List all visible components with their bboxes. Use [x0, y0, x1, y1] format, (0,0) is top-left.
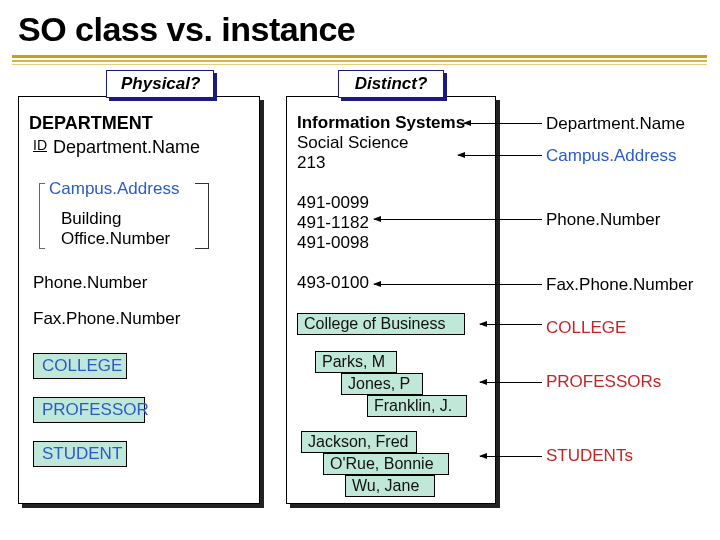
label-id: ID — [33, 137, 47, 153]
attr-department-name: Department.Name — [53, 137, 200, 158]
box-college: COLLEGE — [33, 353, 127, 379]
rlabel-department-name: Department.Name — [546, 114, 685, 134]
val-phone-3: 491-0098 — [297, 233, 369, 253]
val-phone-2: 491-1182 — [297, 213, 369, 233]
diagram-stage: Physical? Distinct? DEPARTMENT ID Depart… — [18, 70, 708, 530]
panel-class: DEPARTMENT ID Department.Name Campus.Add… — [18, 96, 260, 504]
val-student-3: Wu, Jane — [345, 475, 435, 497]
val-phone-1: 491-0099 — [297, 193, 369, 213]
arrow-phone — [374, 219, 542, 220]
attr-fax-phone-number: Fax.Phone.Number — [33, 309, 180, 329]
rlabel-students: STUDENTs — [546, 446, 633, 466]
box-professor: PROFESSOR — [33, 397, 145, 423]
title-underline — [12, 55, 707, 65]
rlabel-phone-number: Phone.Number — [546, 210, 660, 230]
rlabel-campus-address: Campus.Address — [546, 146, 676, 166]
val-prof-2: Jones, P — [341, 373, 423, 395]
arrow-deptname — [464, 123, 542, 124]
box-student: STUDENT — [33, 441, 127, 467]
bracket-right — [195, 183, 209, 249]
bracket-left — [39, 183, 45, 249]
slide-title: SO class vs. instance — [0, 0, 720, 55]
val-infosys: Information Systems — [297, 113, 465, 133]
tab-distinct: Distinct? — [338, 70, 444, 98]
val-fax: 493-0100 — [297, 273, 369, 293]
tab-physical: Physical? — [106, 70, 214, 98]
arrow-fax — [374, 284, 542, 285]
val-prof-1: Parks, M — [315, 351, 397, 373]
val-student-1: Jackson, Fred — [301, 431, 417, 453]
attr-office-number: Office.Number — [61, 229, 170, 249]
rlabel-college: COLLEGE — [546, 318, 626, 338]
rlabel-professors: PROFESSORs — [546, 372, 661, 392]
val-college: College of Business — [297, 313, 465, 335]
arrow-college — [480, 324, 542, 325]
attr-phone-number: Phone.Number — [33, 273, 147, 293]
arrow-students — [480, 456, 542, 457]
attr-campus-address: Campus.Address — [49, 179, 179, 199]
arrow-campus — [458, 155, 542, 156]
val-socsci: Social Science — [297, 133, 409, 153]
attr-building: Building — [61, 209, 122, 229]
val-room: 213 — [297, 153, 325, 173]
label-department: DEPARTMENT — [29, 113, 153, 134]
arrow-professors — [480, 382, 542, 383]
val-student-2: O'Rue, Bonnie — [323, 453, 449, 475]
rlabel-fax-phone-number: Fax.Phone.Number — [546, 275, 693, 295]
val-prof-3: Franklin, J. — [367, 395, 467, 417]
